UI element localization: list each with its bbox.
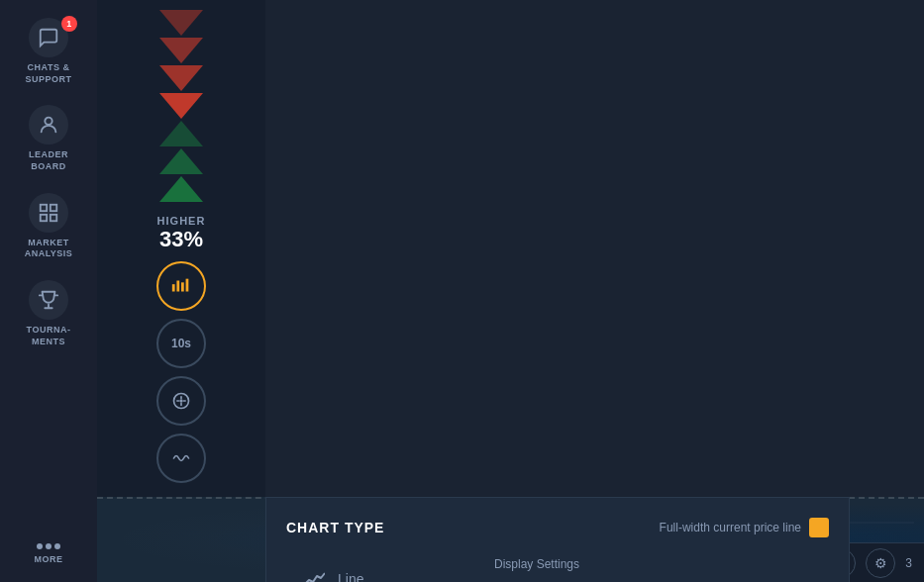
arrow-up-3	[159, 176, 203, 202]
timer-button[interactable]: 10s	[156, 319, 206, 368]
main-content: HIGHER 33% 10s	[97, 0, 924, 582]
panel-body: Line	[286, 557, 829, 582]
arrow-3	[159, 65, 203, 91]
arrow-2	[159, 38, 203, 63]
svg-rect-5	[172, 284, 175, 291]
arrow-up-1	[159, 121, 203, 146]
wave-button[interactable]	[156, 434, 206, 483]
toggle-checkbox[interactable]	[809, 518, 829, 537]
display-settings: Display Settings	[494, 557, 829, 582]
svg-rect-4	[51, 215, 56, 221]
arrow-up-2	[159, 148, 203, 174]
svg-point-10	[179, 399, 182, 402]
arrow-1	[159, 10, 203, 36]
gear-icon: ⚙	[874, 555, 887, 571]
price-line-label: Full-width current price line	[660, 521, 801, 534]
arrow-4	[159, 93, 203, 119]
sidebar-label-tournaments: TOURNA-MENTS	[27, 325, 71, 347]
panel-header: CHART TYPE Full-width current price line	[286, 518, 829, 537]
direction-arrows	[159, 10, 203, 202]
higher-label: HIGHER	[157, 215, 206, 227]
price-line-toggle[interactable]: Full-width current price line	[660, 518, 829, 537]
line-label: Line	[338, 571, 363, 582]
chart-type-title: CHART TYPE	[286, 520, 384, 535]
higher-percentage: 33%	[157, 227, 206, 252]
leaderboard-icon	[29, 105, 68, 145]
line-chart-icon	[302, 569, 326, 582]
sidebar-item-tournaments[interactable]: TOURNA-MENTS	[0, 270, 97, 357]
svg-point-0	[45, 118, 51, 125]
svg-rect-2	[51, 205, 56, 211]
compass-button[interactable]	[156, 376, 206, 426]
sidebar-item-chats-support[interactable]: 1 CHATS & SUPPORT	[0, 8, 97, 95]
sidebar-item-leaderboard[interactable]: LEADERBOARD	[0, 95, 97, 182]
sidebar-label-chats: CHATS & SUPPORT	[6, 62, 91, 85]
svg-rect-7	[181, 282, 184, 291]
sidebar: 1 CHATS & SUPPORT LEADERBOARD MAR	[0, 0, 97, 582]
sidebar-item-market-analysis[interactable]: MARKETANALYSIS	[0, 183, 97, 270]
left-panel: HIGHER 33% 10s	[97, 0, 265, 497]
chart-type-button[interactable]	[156, 261, 206, 311]
sidebar-label-more: MORE	[35, 554, 63, 564]
chart-type-line[interactable]: Line	[286, 557, 464, 582]
svg-rect-1	[41, 205, 47, 211]
svg-rect-6	[176, 281, 179, 292]
market-analysis-icon	[29, 193, 68, 233]
more-dots-icon	[37, 543, 60, 549]
page-number: 3	[905, 556, 912, 570]
chart-area: CHART TYPE Full-width current price line	[97, 497, 924, 582]
svg-rect-8	[186, 279, 189, 292]
sidebar-label-market: MARKETANALYSIS	[25, 238, 73, 260]
display-settings-title: Display Settings	[494, 557, 829, 571]
chart-type-list: Line	[286, 557, 464, 582]
notification-badge: 1	[61, 16, 77, 32]
higher-section: HIGHER 33%	[157, 215, 206, 252]
sidebar-item-more[interactable]: MORE	[0, 534, 97, 574]
chart-type-panel: CHART TYPE Full-width current price line	[265, 497, 850, 582]
gear-button[interactable]: ⚙	[866, 548, 895, 578]
svg-rect-3	[41, 215, 47, 221]
tournaments-icon	[29, 280, 68, 320]
timer-label: 10s	[171, 337, 191, 350]
sidebar-label-leaderboard: LEADERBOARD	[29, 149, 68, 172]
